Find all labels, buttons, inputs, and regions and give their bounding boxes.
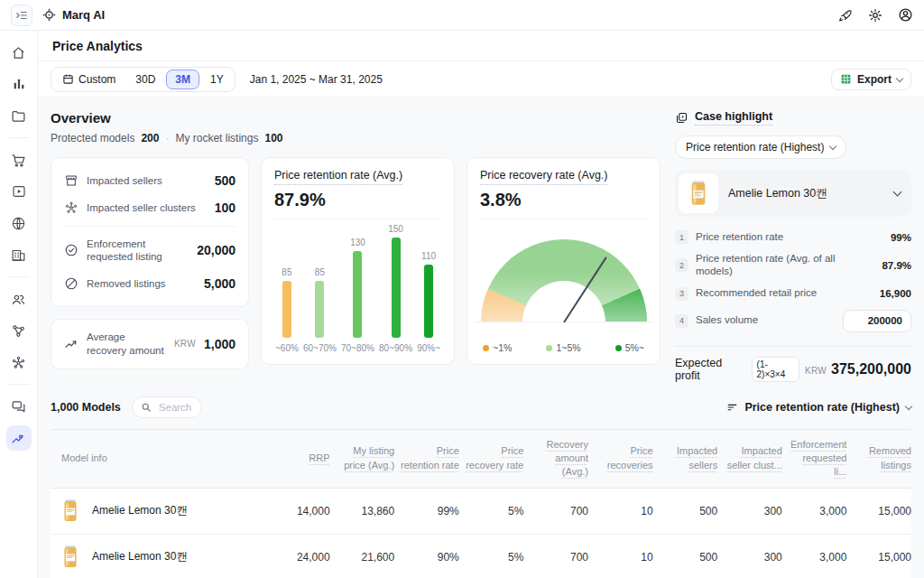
sales-volume-input[interactable] bbox=[843, 310, 911, 332]
cell-listing-price: 13,860 bbox=[330, 505, 395, 517]
cell-recovery-rate: 5% bbox=[459, 551, 524, 564]
stat-value: 20,000 bbox=[197, 243, 236, 257]
cell-impacted-sellers: 500 bbox=[653, 505, 718, 517]
chart-title: Price recovery rate (Avg.) bbox=[480, 169, 607, 185]
protected-models-value: 200 bbox=[141, 132, 159, 144]
sidebar-item-web[interactable] bbox=[6, 210, 32, 236]
stat-label: Impacted sellers bbox=[87, 174, 207, 187]
model-cell: Amelie Lemon 30캔 bbox=[51, 499, 265, 523]
sidebar-item-media[interactable] bbox=[6, 179, 32, 204]
chevron-down-icon bbox=[893, 188, 902, 197]
case-row: 3 Recommended retail price 16,900 bbox=[675, 283, 911, 305]
cell-recovery-amount: 700 bbox=[523, 551, 588, 564]
page-header: Price Analytics bbox=[38, 31, 924, 61]
sidebar-item-network[interactable] bbox=[6, 318, 32, 343]
column-header: My listing price (Avg.) bbox=[330, 444, 395, 472]
cell-impacted-clusters: 300 bbox=[717, 505, 782, 517]
currency-label: KRW bbox=[805, 366, 827, 376]
search-input[interactable] bbox=[157, 401, 193, 414]
column-header: Price retention rate bbox=[394, 444, 459, 472]
cart-icon bbox=[11, 153, 26, 168]
sidebar-item-commerce[interactable] bbox=[6, 147, 32, 172]
case-row-label: Sales volume bbox=[696, 314, 836, 327]
export-button[interactable]: Export bbox=[831, 69, 911, 90]
slash-circle-icon bbox=[64, 276, 79, 291]
sidebar-item-dashboard[interactable] bbox=[6, 71, 32, 97]
bar-item: 130 70~80% bbox=[341, 238, 374, 353]
bar-chart-icon bbox=[12, 77, 26, 91]
bar-value: 150 bbox=[388, 224, 403, 234]
sidebar-divider bbox=[8, 276, 30, 277]
retention-bar bbox=[353, 251, 362, 338]
case-row-label: Price retention rate bbox=[696, 231, 883, 244]
store-icon bbox=[64, 173, 79, 188]
range-30d[interactable]: 30D bbox=[126, 70, 164, 89]
video-icon bbox=[12, 184, 26, 199]
search-box bbox=[132, 396, 202, 418]
column-header: Price recovery rate bbox=[459, 444, 524, 472]
table-header-row: Model info RRP My listing price (Avg.) P… bbox=[51, 429, 911, 489]
table-row[interactable]: Amelie Lemon 30캔 14,000 13,860 99% 5% 70… bbox=[51, 489, 911, 535]
stat-label: Average recovery amount bbox=[87, 331, 166, 357]
chart-value: 3.8% bbox=[480, 190, 647, 219]
gear-icon[interactable] bbox=[868, 8, 882, 23]
range-30d-label: 30D bbox=[135, 73, 155, 86]
sidebar-divider bbox=[8, 384, 30, 385]
retention-bar bbox=[392, 238, 401, 338]
case-row-value: 99% bbox=[891, 232, 911, 243]
range-3m[interactable]: 3M bbox=[166, 70, 199, 89]
cell-price-recoveries: 10 bbox=[588, 551, 653, 564]
user-icon[interactable] bbox=[898, 7, 913, 23]
cluster-icon bbox=[11, 355, 26, 370]
table-row[interactable]: Amelie Lemon 30캔 24,000 21,600 90% 5% 70… bbox=[51, 535, 911, 578]
bar-item: 85 ~60% bbox=[275, 267, 299, 353]
model-name: Amelie Lemon 30캔 bbox=[92, 503, 187, 518]
app-name: Marq AI bbox=[62, 8, 105, 22]
protected-models-label: Protected models bbox=[51, 132, 134, 144]
topbar: Marq AI bbox=[0, 0, 924, 31]
chart-title: Price retention rate (Avg.) bbox=[274, 169, 402, 185]
retention-bar-chart: 85 ~60% 85 60~70% 130 bbox=[274, 219, 441, 353]
overview-title: Overview bbox=[51, 110, 664, 126]
nodes-icon bbox=[11, 323, 26, 339]
date-range-text: Jan 1, 2025 ~ Mar 31, 2025 bbox=[250, 73, 383, 86]
sidebar-toggle-button[interactable] bbox=[11, 5, 32, 26]
recovery-gauge-chart bbox=[480, 219, 647, 342]
case-row: 2 Price retention rate (Avg. of all mode… bbox=[675, 248, 911, 283]
stat-value: 100 bbox=[215, 200, 236, 215]
bar-label: 60~70% bbox=[303, 343, 337, 353]
sidebar-item-projects[interactable] bbox=[6, 103, 32, 128]
marq-logo-icon bbox=[42, 7, 57, 23]
legend-item: 1~5% bbox=[546, 342, 580, 353]
range-3m-label: 3M bbox=[175, 73, 190, 86]
sidebar-item-chat[interactable] bbox=[6, 394, 32, 419]
spreadsheet-icon bbox=[840, 73, 852, 85]
export-label: Export bbox=[857, 73, 892, 86]
sidebar-item-price-analytics[interactable] bbox=[6, 425, 32, 451]
sidebar-item-home[interactable] bbox=[6, 40, 32, 65]
rocket-icon[interactable] bbox=[838, 8, 853, 23]
sidebar-item-clusters[interactable] bbox=[6, 350, 32, 375]
table-sort-control[interactable]: Price retention rate (Highest) bbox=[726, 401, 911, 414]
legend-item: 5%~ bbox=[615, 342, 644, 353]
chevron-down-icon bbox=[905, 402, 912, 409]
expected-profit-label: Expected profit bbox=[675, 357, 746, 382]
range-1y[interactable]: 1Y bbox=[201, 70, 233, 89]
column-header: RRP bbox=[265, 452, 330, 465]
overview-meta: Protected models 200 · My rocket listing… bbox=[51, 132, 664, 144]
case-metric-select[interactable]: Price retention rate (Highest) bbox=[675, 135, 846, 159]
date-range-segment: Custom 30D 3M 1Y bbox=[51, 67, 236, 92]
row-number-badge: 1 bbox=[675, 230, 688, 244]
bar-label: ~60% bbox=[275, 343, 299, 353]
stat-row-impacted-clusters: Impacted seller clusters 100 bbox=[64, 194, 236, 221]
range-custom[interactable]: Custom bbox=[53, 70, 125, 89]
search-icon bbox=[141, 402, 152, 413]
case-row-value: 87.9% bbox=[882, 260, 911, 271]
column-header: Impacted seller clust... bbox=[717, 444, 782, 472]
product-selector[interactable]: Amelie Lemon 30캔 bbox=[675, 170, 911, 217]
currency-label: KRW bbox=[174, 339, 196, 349]
building-icon bbox=[11, 247, 26, 263]
sidebar-item-sellers[interactable] bbox=[6, 286, 32, 312]
page-title: Price Analytics bbox=[52, 39, 143, 53]
sidebar-item-company[interactable] bbox=[6, 242, 32, 267]
